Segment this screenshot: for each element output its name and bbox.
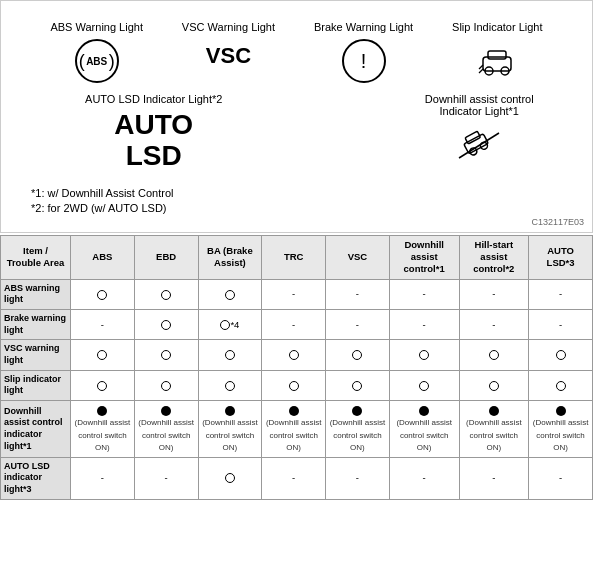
slip-indicator: Slip Indicator Light bbox=[452, 21, 543, 83]
table-row: Slip indicator light bbox=[1, 370, 593, 400]
cell: (Downhill assist control switch ON) bbox=[71, 401, 135, 458]
table-row: Downhill assist control indicator light*… bbox=[1, 401, 593, 458]
vsc-indicator: VSC Warning Light VSC bbox=[182, 21, 275, 69]
table-row: Brake warning light - *4 - - - - - bbox=[1, 310, 593, 340]
cell: - bbox=[529, 310, 593, 340]
cell bbox=[459, 370, 529, 400]
cell: - bbox=[389, 279, 459, 309]
trouble-table: Item /Trouble Area ABS EBD BA (BrakeAssi… bbox=[0, 235, 593, 500]
col-header-downhill: Downhillassistcontrol*1 bbox=[389, 235, 459, 279]
cell: (Downhill assist control switch ON) bbox=[529, 401, 593, 458]
abs-icon: ABS bbox=[75, 39, 119, 83]
cell: - bbox=[389, 457, 459, 499]
cell: - bbox=[326, 310, 390, 340]
cell bbox=[326, 370, 390, 400]
cell bbox=[71, 370, 135, 400]
row-label-slip-indicator: Slip indicator light bbox=[1, 370, 71, 400]
cell bbox=[262, 340, 326, 370]
footnote-1: *1: w/ Downhill Assist Control bbox=[31, 187, 562, 199]
row-label-downhill-indicator: Downhill assist control indicator light*… bbox=[1, 401, 71, 458]
brake-indicator: Brake Warning Light ! bbox=[314, 21, 413, 83]
downhill-section: Downhill assist controlIndicator Light*1 bbox=[397, 93, 563, 163]
cell: - bbox=[459, 279, 529, 309]
cell: *4 bbox=[198, 310, 262, 340]
cell bbox=[134, 279, 198, 309]
cell bbox=[134, 340, 198, 370]
svg-rect-1 bbox=[488, 51, 506, 59]
cell: - bbox=[262, 457, 326, 499]
cell bbox=[198, 340, 262, 370]
table-section: Item /Trouble Area ABS EBD BA (BrakeAssi… bbox=[0, 235, 593, 500]
cell bbox=[389, 340, 459, 370]
auto-lsd-section: AUTO LSD Indicator Light*2 AUTOLSD bbox=[31, 93, 237, 172]
cell: (Downhill assist control switch ON) bbox=[262, 401, 326, 458]
cell: - bbox=[71, 310, 135, 340]
cell: - bbox=[326, 457, 390, 499]
cell bbox=[459, 340, 529, 370]
vsc-text: VSC bbox=[206, 43, 251, 69]
cell: - bbox=[529, 279, 593, 309]
col-header-ebd: EBD bbox=[134, 235, 198, 279]
cell: (Downhill assist control switch ON) bbox=[134, 401, 198, 458]
abs-indicator: ABS Warning Light ABS bbox=[50, 21, 143, 83]
brake-icon: ! bbox=[342, 39, 386, 83]
slip-label: Slip Indicator Light bbox=[452, 21, 543, 33]
downhill-label: Downhill assist controlIndicator Light*1 bbox=[425, 93, 534, 117]
footnotes: *1: w/ Downhill Assist Control *2: for 2… bbox=[31, 187, 562, 214]
cell: - bbox=[459, 310, 529, 340]
cell bbox=[198, 279, 262, 309]
col-header-abs: ABS bbox=[71, 235, 135, 279]
cell bbox=[198, 370, 262, 400]
row-label-abs-warning: ABS warning light bbox=[1, 279, 71, 309]
col-header-autolsd: AUTOLSD*3 bbox=[529, 235, 593, 279]
cell: - bbox=[262, 279, 326, 309]
cell: - bbox=[134, 457, 198, 499]
cell: - bbox=[71, 457, 135, 499]
cell bbox=[134, 310, 198, 340]
cell bbox=[71, 340, 135, 370]
brake-label: Brake Warning Light bbox=[314, 21, 413, 33]
cell: (Downhill assist control switch ON) bbox=[459, 401, 529, 458]
col-header-trc: TRC bbox=[262, 235, 326, 279]
svg-line-5 bbox=[479, 69, 483, 73]
col-header-item: Item /Trouble Area bbox=[1, 235, 71, 279]
col-header-ba: BA (BrakeAssist) bbox=[198, 235, 262, 279]
row-label-brake-warning: Brake warning light bbox=[1, 310, 71, 340]
cell bbox=[326, 340, 390, 370]
vsc-label: VSC Warning Light bbox=[182, 21, 275, 33]
cell: - bbox=[262, 310, 326, 340]
svg-rect-8 bbox=[465, 131, 481, 144]
footnote-2: *2: for 2WD (w/ AUTO LSD) bbox=[31, 202, 562, 214]
cell: - bbox=[326, 279, 390, 309]
cell bbox=[71, 279, 135, 309]
indicators-row: ABS Warning Light ABS VSC Warning Light … bbox=[31, 21, 562, 83]
cell bbox=[529, 340, 593, 370]
cell bbox=[389, 370, 459, 400]
diagram-section: ABS Warning Light ABS VSC Warning Light … bbox=[0, 0, 593, 233]
cell: (Downhill assist control switch ON) bbox=[326, 401, 390, 458]
col-header-hillstart: Hill-startassistcontrol*2 bbox=[459, 235, 529, 279]
auto-lsd-text: AUTOLSD bbox=[71, 110, 237, 172]
cell bbox=[529, 370, 593, 400]
cell: (Downhill assist control switch ON) bbox=[198, 401, 262, 458]
abs-label: ABS Warning Light bbox=[50, 21, 143, 33]
col-header-vsc: VSC bbox=[326, 235, 390, 279]
downhill-icon bbox=[454, 123, 504, 163]
slip-icon bbox=[475, 39, 519, 83]
table-row: AUTO LSD indicator light*3 - - - - - - - bbox=[1, 457, 593, 499]
copyright: C132117E03 bbox=[531, 217, 584, 227]
row-label-autolsd-indicator: AUTO LSD indicator light*3 bbox=[1, 457, 71, 499]
cell bbox=[134, 370, 198, 400]
table-row: ABS warning light - - - - - bbox=[1, 279, 593, 309]
table-row: VSC warning light bbox=[1, 340, 593, 370]
auto-lsd-label: AUTO LSD Indicator Light*2 bbox=[71, 93, 237, 105]
cell bbox=[198, 457, 262, 499]
cell bbox=[262, 370, 326, 400]
cell: - bbox=[529, 457, 593, 499]
cell: (Downhill assist control switch ON) bbox=[389, 401, 459, 458]
cell: - bbox=[389, 310, 459, 340]
row-label-vsc-warning: VSC warning light bbox=[1, 340, 71, 370]
cell: - bbox=[459, 457, 529, 499]
